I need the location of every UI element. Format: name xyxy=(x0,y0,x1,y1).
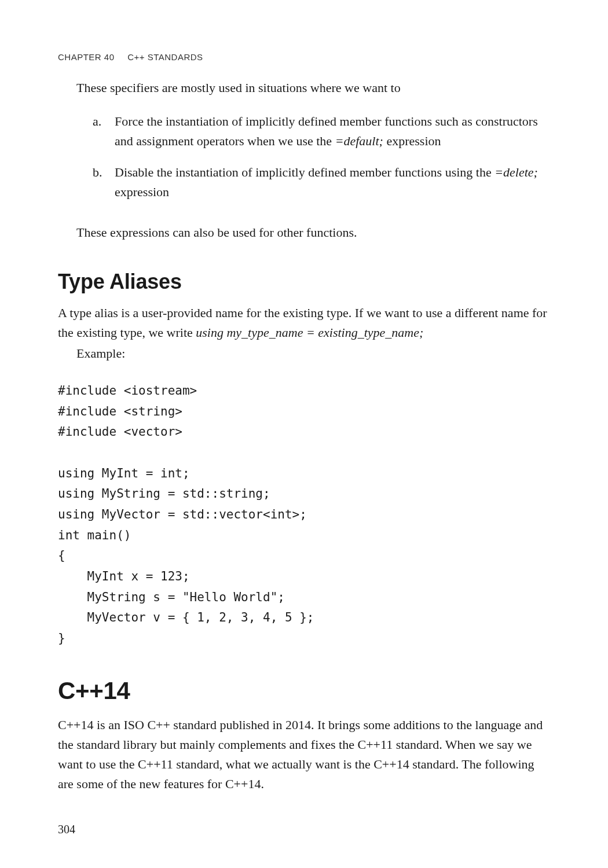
list-body-b: Disable the instantiation of implicitly … xyxy=(115,163,550,202)
example-label: Example: xyxy=(58,344,550,363)
page: CHAPTER 40 C++ STANDARDS These specifier… xyxy=(0,0,608,868)
chapter-title: C++ STANDARDS xyxy=(127,52,203,62)
type-aliases-em: using my_type_name = existing_type_name; xyxy=(196,325,423,340)
list-item: b. Disable the instantiation of implicit… xyxy=(93,163,550,202)
list-marker-b: b. xyxy=(93,163,115,202)
list-item: a. Force the instantiation of implicitly… xyxy=(93,112,550,151)
list-b-pre: Disable the instantiation of implicitly … xyxy=(115,165,495,179)
after-list-paragraph: These expressions can also be used for o… xyxy=(58,223,550,242)
list-a-post: expression xyxy=(383,134,441,148)
list-b-post: expression xyxy=(115,185,169,199)
code-block: #include <iostream> #include <string> #i… xyxy=(58,381,550,649)
cpp14-paragraph: C++14 is an ISO C++ standard published i… xyxy=(58,715,550,794)
section-heading-type-aliases: Type Aliases xyxy=(58,270,550,294)
list-marker-a: a. xyxy=(93,112,115,151)
ordered-list: a. Force the instantiation of implicitly… xyxy=(58,112,550,214)
page-number: 304 xyxy=(58,823,75,836)
section-heading-cpp14: C++14 xyxy=(58,677,550,705)
list-body-a: Force the instantiation of implicitly de… xyxy=(115,112,550,151)
intro-paragraph: These specifiers are mostly used in situ… xyxy=(58,78,550,98)
list-b-em: =delete; xyxy=(495,165,538,179)
chapter-label: CHAPTER 40 xyxy=(58,52,115,62)
running-header: CHAPTER 40 C++ STANDARDS xyxy=(58,52,550,62)
list-a-em: =default; xyxy=(335,134,383,148)
list-a-pre: Force the instantiation of implicitly de… xyxy=(115,114,538,148)
type-aliases-paragraph: A type alias is a user-provided name for… xyxy=(58,303,550,343)
